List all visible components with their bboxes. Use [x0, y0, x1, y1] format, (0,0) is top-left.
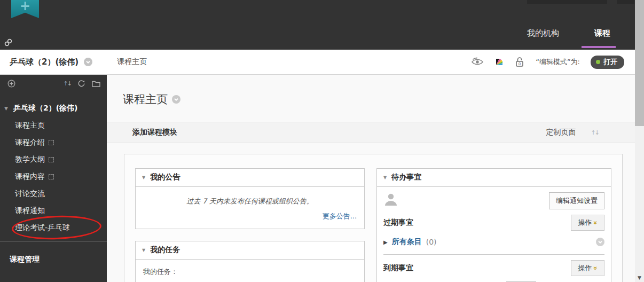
more-announcements-link[interactable]: 更多公告...	[323, 212, 357, 220]
chevron-down-circle-icon[interactable]	[84, 58, 92, 66]
sidebar-item-announcements[interactable]: 课程通知	[15, 202, 107, 219]
folder-icon[interactable]	[92, 80, 100, 87]
expand-triangle-icon[interactable]: ▶	[383, 239, 388, 245]
scrollbar-thumb[interactable]	[635, 0, 644, 126]
all-items-count: (0)	[426, 238, 437, 246]
hidden-content-icon	[49, 140, 54, 145]
breadcrumb: 乒乓球（2）(徐伟) 课程主页	[10, 50, 147, 74]
edit-mode-state: 打开	[603, 57, 617, 67]
refresh-icon[interactable]	[77, 80, 85, 88]
no-announcements-text: 过去 7 天内未发布任何课程或组织公告。	[143, 197, 357, 206]
module-body: 我的任务： 没有到期任务	[136, 260, 364, 282]
unlock-icon[interactable]: 0	[514, 57, 525, 67]
due-action-button[interactable]: 操作»	[571, 260, 604, 276]
todo-module: ▼ 待办事宜 编辑通知设置 过期事宜	[376, 168, 611, 282]
tab-my-institution[interactable]: 我的机构	[527, 28, 559, 38]
theme-palette-icon[interactable]	[495, 58, 504, 66]
double-chevron-down-icon: »	[592, 221, 600, 225]
sidebar-divider	[0, 241, 107, 242]
main-content: 课程主页 添加课程模块 定制页面 ↑↓ ▼ 我的公告 过去 7 天内未发布任何课…	[107, 75, 635, 282]
course-management-header: 课程管理	[10, 255, 107, 264]
add-course-module-button[interactable]: 添加课程模块	[132, 128, 177, 137]
reorder-icon[interactable]: ↑↓	[64, 80, 71, 87]
overdue-header: 过期事宜	[383, 218, 413, 228]
cropped-search-box-edge	[527, 0, 607, 4]
chevron-down-circle-icon[interactable]	[596, 238, 604, 246]
sidebar-item-theory-exam[interactable]: 理论考试-乒乓球	[15, 219, 107, 236]
cropped-button-edge	[617, 0, 634, 4]
modules-panel: ▼ 我的公告 过去 7 天内未发布任何课程或组织公告。 更多公告... ▼ 我的…	[124, 154, 623, 282]
my-tasks-module: ▼ 我的任务 我的任务： 没有到期任务	[135, 241, 365, 282]
sidebar-item-course-content[interactable]: 课程内容	[15, 168, 107, 185]
module-body: 编辑通知设置 过期事宜 操作» ▶ 所有条目 (0)	[377, 187, 611, 282]
module-header[interactable]: ▼ 我的公告	[136, 169, 364, 187]
reorder-modules-icon[interactable]: ↑↓	[591, 129, 599, 136]
tab-courses[interactable]: 课程	[594, 28, 610, 38]
all-items-link[interactable]: 所有条目	[392, 237, 422, 247]
svg-text:0: 0	[519, 62, 521, 66]
sidebar-item-course-intro[interactable]: 课程介绍	[15, 134, 107, 151]
page-title: 课程主页	[123, 92, 168, 107]
blackboard-course-page: { "header": { "nav": [ { "label": "我的机构"…	[0, 0, 644, 282]
my-announcements-module: ▼ 我的公告 过去 7 天内未发布任何课程或组织公告。 更多公告...	[135, 168, 365, 229]
module-toolbar: 添加课程模块 定制页面 ↑↓	[107, 122, 635, 143]
customize-page-button[interactable]: 定制页面	[546, 128, 576, 137]
edit-mode-controls: 0 “编辑模式”为: 打开	[470, 50, 624, 74]
module-body: 过去 7 天内未发布任何课程或组织公告。 更多公告...	[136, 187, 364, 229]
course-menu-toolbar: ↑↓	[0, 75, 107, 88]
user-avatar-icon	[383, 192, 398, 206]
hidden-content-icon	[49, 157, 54, 162]
modules-column-left: ▼ 我的公告 过去 7 天内未发布任何课程或组织公告。 更多公告... ▼ 我的…	[135, 168, 365, 282]
course-action-bar: 乒乓球（2）(徐伟) 课程主页	[0, 50, 635, 75]
top-navigation: 我的机构 课程	[527, 28, 610, 38]
collapse-triangle-icon: ▼	[383, 175, 387, 180]
vertical-scrollbar[interactable]: ▼	[635, 0, 644, 282]
sidebar-item-course-home[interactable]: 课程主页	[15, 116, 107, 134]
quick-links-icon[interactable]	[4, 38, 12, 46]
chevron-down-circle-icon[interactable]	[172, 95, 180, 104]
breadcrumb-course-title[interactable]: 乒乓球（2）(徐伟)	[10, 57, 78, 67]
sidebar-course-title: 乒乓球（2）(徐伟)	[13, 104, 78, 113]
page-heading: 课程主页	[123, 92, 180, 107]
course-menu-list: 课程主页 课程介绍 教学大纲 课程内容 讨论交流 课程通知 理论考试-乒乓球	[0, 116, 107, 236]
my-tasks-label: 我的任务：	[143, 267, 357, 277]
collapse-triangle-icon: ▼	[4, 106, 8, 111]
edit-notification-settings-button[interactable]: 编辑通知设置	[549, 192, 604, 209]
scrollbar-down-arrow-icon[interactable]: ▼	[635, 275, 644, 280]
modules-column-right: ▼ 待办事宜 编辑通知设置 过期事宜	[376, 168, 611, 282]
sidebar-course-header[interactable]: ▼ 乒乓球（2）(徐伟)	[4, 104, 107, 113]
sidebar-item-syllabus[interactable]: 教学大纲	[15, 151, 107, 168]
hidden-content-icon	[49, 174, 54, 179]
add-menu-item-icon[interactable]	[7, 80, 15, 88]
collapse-triangle-icon: ▼	[142, 175, 145, 180]
edit-mode-toggle[interactable]: 打开	[591, 56, 624, 69]
module-header[interactable]: ▼ 待办事宜	[377, 169, 611, 187]
plus-icon: +	[20, 0, 30, 12]
overdue-action-button[interactable]: 操作»	[571, 215, 604, 231]
add-bookmark-icon[interactable]: +	[11, 0, 39, 18]
edit-mode-label: “编辑模式”为:	[536, 57, 580, 67]
todo-divider	[383, 254, 604, 255]
double-chevron-down-icon: »	[592, 267, 600, 270]
module-header[interactable]: ▼ 我的任务	[136, 241, 364, 260]
collapse-triangle-icon: ▼	[142, 248, 145, 253]
course-menu-sidebar: ↑↓ ▼ 乒乓球（2）(徐伟) 课程主页 课程介绍 教学大纲 课程内容 讨论交流…	[0, 75, 107, 282]
toggle-on-dot-icon	[596, 60, 600, 64]
top-header-bar: + 我的机构 课程	[0, 0, 635, 50]
student-preview-icon[interactable]	[470, 57, 484, 67]
breadcrumb-page-label: 课程主页	[117, 57, 147, 67]
sidebar-item-discussion[interactable]: 讨论交流	[15, 185, 107, 202]
due-header: 到期事宜	[383, 263, 413, 273]
